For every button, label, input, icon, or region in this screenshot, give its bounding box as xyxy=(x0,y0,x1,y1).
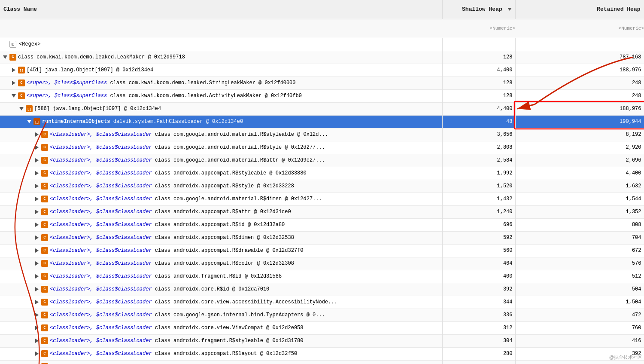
class-name-text: <classloader>, $class$classLoader class … xyxy=(50,312,325,318)
retained-heap-cell: 672 xyxy=(515,244,644,257)
table-row[interactable]: C<classloader>, $class$classLoader class… xyxy=(0,347,644,360)
shallow-filter[interactable]: <Numeric> xyxy=(442,19,515,38)
type-icon: C xyxy=(41,286,48,293)
class-name-cell: C<classloader>, $class$classLoader class… xyxy=(0,218,442,231)
expand-arrow-icon[interactable] xyxy=(34,171,39,176)
expand-arrow-icon[interactable] xyxy=(34,222,39,227)
heap-table-container: Class Name Shallow Heap Retained Heap <N… xyxy=(0,0,644,364)
table-row[interactable]: C<classloader>, $class$classLoader class… xyxy=(0,141,644,154)
table-row[interactable]: C<super>, $class$superClass class com.kw… xyxy=(0,89,644,102)
class-name-text: <classloader>, $class$classLoader class … xyxy=(50,351,297,357)
expand-arrow-icon[interactable] xyxy=(19,106,24,111)
table-row[interactable]: [][451] java.lang.Object[1097] @ 0x12d13… xyxy=(0,64,644,76)
expand-arrow-icon[interactable] xyxy=(34,145,39,150)
expand-arrow-icon[interactable] xyxy=(34,351,39,356)
type-icon: C xyxy=(41,324,48,331)
class-name-cell: C<classloader>, $class$classLoader class… xyxy=(0,334,442,347)
expand-arrow-icon[interactable] xyxy=(34,312,39,318)
expand-arrow-icon[interactable] xyxy=(34,287,39,292)
expand-arrow-icon[interactable] xyxy=(34,196,39,202)
expand-arrow-icon[interactable] xyxy=(34,300,39,305)
expand-arrow-icon[interactable] xyxy=(11,93,16,98)
retained-heap-cell: 808 xyxy=(515,218,644,231)
expand-arrow-icon[interactable] xyxy=(34,248,39,253)
type-icon: C xyxy=(41,350,48,357)
table-row[interactable]: Cclass com.kwai.koom.demo.leaked.LeakMak… xyxy=(0,51,644,64)
table-row[interactable]: C<classloader>, $class$classLoader class… xyxy=(0,321,644,334)
table-row[interactable]: C<classloader>, $class$classLoader class… xyxy=(0,257,644,270)
class-name-cell: C<classloader>, $class$classLoader class… xyxy=(0,128,442,141)
table-row[interactable]: [][586] java.lang.Object[1097] @ 0x12d13… xyxy=(0,102,644,115)
class-name-text: <classloader>, $class$classLoader class … xyxy=(50,325,304,331)
table-row[interactable]: C<classloader>, $class$classLoader class… xyxy=(0,231,644,244)
class-name-cell: []runtimeInternalObjects dalvik.system.P… xyxy=(0,115,442,128)
expand-arrow-icon[interactable] xyxy=(3,42,8,47)
type-icon: [] xyxy=(18,67,25,73)
class-name-text: <classloader>, $class$classLoader class … xyxy=(50,222,285,228)
expand-arrow-icon[interactable] xyxy=(34,209,39,214)
expand-arrow-icon[interactable] xyxy=(3,55,8,60)
table-row[interactable]: C<classloader>, $class$classLoader class… xyxy=(0,360,644,364)
expand-arrow-icon[interactable] xyxy=(34,338,39,343)
class-name-cell: C<classloader>, $class$classLoader class… xyxy=(0,205,442,218)
shallow-heap-cell: 312 xyxy=(442,321,515,334)
type-icon: C xyxy=(41,157,48,164)
table-row[interactable]: C<classloader>, $class$classLoader class… xyxy=(0,244,644,257)
class-name-text: <classloader>, $class$classLoader class … xyxy=(50,170,307,176)
retained-heap-cell: 8,192 xyxy=(515,128,644,141)
class-name-filter[interactable] xyxy=(0,19,442,38)
table-row[interactable]: C<classloader>, $class$classLoader class… xyxy=(0,205,644,218)
class-name-cell: C<classloader>, $class$classLoader class… xyxy=(0,180,442,193)
type-icon: C xyxy=(41,273,48,280)
type-icon: C xyxy=(41,221,48,228)
table-row[interactable]: C<classloader>, $class$classLoader class… xyxy=(0,309,644,321)
shallow-heap-cell: 464 xyxy=(442,257,515,270)
shallow-heap-cell: 1,432 xyxy=(442,193,515,205)
expand-arrow-icon[interactable] xyxy=(11,67,16,73)
expand-arrow-icon[interactable] xyxy=(27,119,32,124)
table-row[interactable]: C<classloader>, $class$classLoader class… xyxy=(0,193,644,205)
expand-arrow-icon[interactable] xyxy=(34,132,39,137)
retained-heap-cell: 188,976 xyxy=(515,102,644,115)
expand-arrow-icon[interactable] xyxy=(34,261,39,266)
class-name-text: <classloader>, $class$classLoader class … xyxy=(50,338,304,344)
table-row[interactable]: C<super>, $class$superClass class com.kw… xyxy=(0,76,644,89)
class-name-cell: C<super>, $class$superClass class com.kw… xyxy=(0,76,442,89)
class-name-text: <classloader>, $class$classLoader class … xyxy=(50,273,282,279)
table-row[interactable]: C<classloader>, $class$classLoader class… xyxy=(0,334,644,347)
class-name-text: <classloader>, $class$classLoader class … xyxy=(50,248,304,254)
expand-arrow-icon[interactable] xyxy=(34,325,39,330)
watermark: @掘金技术社区 xyxy=(609,354,642,361)
class-name-cell: C<classloader>, $class$classLoader class… xyxy=(0,360,442,364)
class-name-cell: C<super>, $class$superClass class com.kw… xyxy=(0,89,442,102)
expand-arrow-icon[interactable] xyxy=(34,184,39,189)
table-row[interactable]: C<classloader>, $class$classLoader class… xyxy=(0,218,644,231)
shallow-heap-cell: 592 xyxy=(442,231,515,244)
type-icon: C xyxy=(18,92,25,99)
retained-heap-cell: 2,696 xyxy=(515,154,644,167)
expand-arrow-icon[interactable] xyxy=(11,80,16,86)
table-row[interactable]: C<classloader>, $class$classLoader class… xyxy=(0,128,644,141)
shallow-heap-header[interactable]: Shallow Heap xyxy=(442,0,515,19)
shallow-heap-cell: 1,992 xyxy=(442,167,515,180)
expand-arrow-icon[interactable] xyxy=(34,158,39,163)
table-row[interactable]: C<classloader>, $class$classLoader class… xyxy=(0,154,644,167)
table-row[interactable]: C<classloader>, $class$classLoader class… xyxy=(0,180,644,193)
table-row[interactable]: ⊞<Regex> xyxy=(0,38,644,51)
shallow-heap-cell: 560 xyxy=(442,244,515,257)
class-name-text: <classloader>, $class$classLoader class … xyxy=(50,157,325,163)
expand-arrow-icon[interactable] xyxy=(34,235,39,240)
class-name-cell: C<classloader>, $class$classLoader class… xyxy=(0,283,442,296)
table-row[interactable]: C<classloader>, $class$classLoader class… xyxy=(0,167,644,180)
class-name-header[interactable]: Class Name xyxy=(0,0,442,19)
class-name-cell: C<classloader>, $class$classLoader class… xyxy=(0,270,442,283)
retained-heap-header[interactable]: Retained Heap xyxy=(515,0,644,19)
retained-filter[interactable]: <Numeric> xyxy=(515,19,644,38)
table-row[interactable]: C<classloader>, $class$classLoader class… xyxy=(0,270,644,283)
table-row[interactable]: C<classloader>, $class$classLoader class… xyxy=(0,296,644,309)
table-row[interactable]: C<classloader>, $class$classLoader class… xyxy=(0,283,644,296)
class-name-text: [586] java.lang.Object[1097] @ 0x12d134e… xyxy=(34,106,161,112)
expand-arrow-icon[interactable] xyxy=(34,274,39,279)
table-row[interactable]: []runtimeInternalObjects dalvik.system.P… xyxy=(0,115,644,128)
class-name-text: <classloader>, $class$classLoader class … xyxy=(50,235,294,241)
